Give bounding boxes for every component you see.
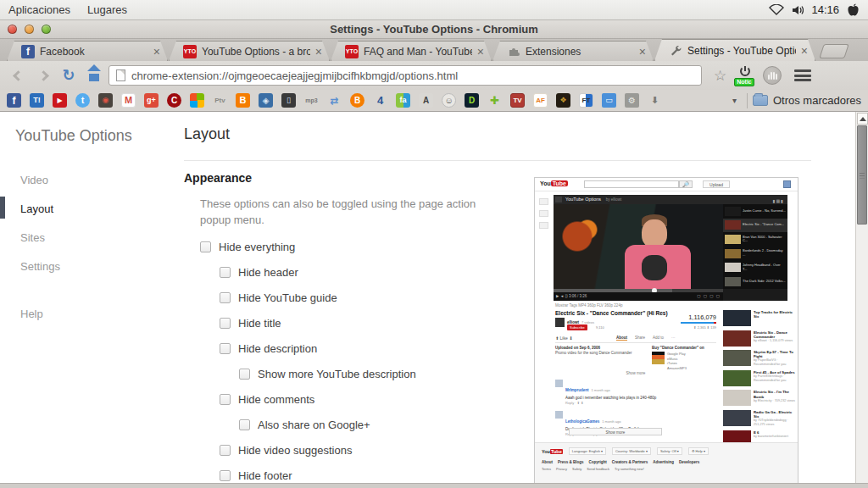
download-icon[interactable]: ⬇	[648, 93, 662, 108]
mobile-icon[interactable]: ▯	[281, 93, 296, 108]
tab-close-icon[interactable]: ×	[801, 44, 808, 58]
scroll-up-button[interactable]	[857, 113, 868, 125]
sidebar-item-layout[interactable]: Layout	[20, 202, 53, 215]
checkbox[interactable]	[220, 470, 231, 481]
4shared-icon[interactable]: 4	[373, 93, 387, 108]
green-plus-icon[interactable]: ✚	[487, 93, 502, 108]
checkbox[interactable]	[239, 419, 250, 430]
url-bar[interactable]: chrome-extension://ojmgeoecaejeajjegjmij…	[108, 65, 702, 86]
bookmark-star-icon[interactable]: ☆	[714, 67, 726, 85]
translate-icon[interactable]: A	[419, 93, 433, 108]
page-title: Layout	[184, 125, 230, 143]
checkbox-label[interactable]: Hide footer	[238, 469, 292, 482]
menu-lugares[interactable]: Lugares	[79, 0, 136, 19]
checkbox[interactable]	[239, 369, 250, 380]
blogger-circle-icon[interactable]: B	[350, 93, 364, 108]
deviantart-icon[interactable]: D	[465, 93, 479, 108]
display-icon[interactable]: ▭	[602, 93, 616, 108]
preview-video-frame	[554, 204, 723, 289]
checkbox[interactable]	[220, 343, 231, 354]
url-text[interactable]: chrome-extension://ojmgeoecaejeajjegjmij…	[131, 69, 458, 82]
gold-icon[interactable]: ❖	[556, 93, 570, 108]
other-bookmarks-button[interactable]: Otros marcadores	[773, 94, 861, 107]
checkbox[interactable]	[220, 292, 231, 303]
facebook-icon[interactable]: f	[7, 93, 21, 108]
af-icon[interactable]: AF	[533, 93, 548, 108]
tab-faq[interactable]: YTO FAQ and Man - YouTube O ×	[331, 41, 492, 61]
playlist-item: Borderlands 2 - Doomsday ...	[723, 247, 787, 261]
window-titlebar: Settings - YouTube Options - Chromium	[0, 20, 868, 39]
claro-icon[interactable]: C	[167, 93, 181, 108]
checkbox-label[interactable]: Hide description	[238, 342, 317, 355]
sidebar-item-settings[interactable]: Settings	[20, 260, 60, 273]
checkbox[interactable]	[220, 445, 231, 456]
checkbox[interactable]	[220, 318, 231, 329]
ft-icon[interactable]: FT	[579, 93, 593, 108]
yto-extension-button[interactable]: Notic	[736, 65, 754, 86]
puzzle-icon[interactable]: ⚙	[625, 93, 639, 108]
googleplus-icon[interactable]: g+	[144, 93, 159, 108]
home-button[interactable]	[83, 65, 105, 86]
microsoft-icon[interactable]	[190, 93, 204, 108]
checkbox[interactable]	[220, 267, 231, 278]
new-tab-button[interactable]	[819, 44, 849, 58]
checkbox-label[interactable]: Hide title	[238, 317, 281, 330]
tab-extensiones[interactable]: Extensiones ×	[492, 41, 654, 61]
tab-youtube-options[interactable]: YTO YouTube Options - a brow ×	[169, 41, 330, 61]
tab-close-icon[interactable]: ×	[639, 45, 646, 58]
twitter-icon[interactable]: t	[75, 93, 90, 108]
youtube-icon[interactable]: ▶	[53, 93, 67, 108]
sidebar-selected-indicator	[0, 197, 5, 219]
fa-icon[interactable]: fa	[396, 93, 410, 108]
tab-close-icon[interactable]: ×	[153, 45, 160, 58]
smiley-disc-icon[interactable]: ☺	[442, 93, 456, 108]
tab-close-icon[interactable]: ×	[315, 45, 322, 58]
checkbox[interactable]	[220, 394, 231, 405]
playlist-item: Johnny Headband - Over T...	[723, 260, 787, 274]
checkbox-label[interactable]: Hide video suggestions	[238, 444, 352, 457]
page-scrollbar[interactable]	[855, 112, 868, 483]
scrollbar-thumb[interactable]	[857, 125, 867, 225]
image-icon[interactable]: ◉	[98, 93, 113, 108]
window-maximize-button[interactable]	[42, 25, 51, 34]
checkbox[interactable]	[200, 241, 211, 252]
ptv-icon[interactable]: Ptv	[213, 93, 227, 108]
swap-arrows-icon[interactable]: ⇄	[327, 93, 342, 108]
chrome-menu-button[interactable]	[794, 69, 811, 81]
tab-facebook[interactable]: f Facebook ×	[7, 41, 168, 61]
checkbox-label[interactable]: Hide YouTube guide	[238, 291, 337, 304]
reload-button[interactable]: ↻	[58, 65, 80, 86]
clock[interactable]: 14:16	[811, 3, 839, 16]
gmail-icon[interactable]: M	[121, 93, 136, 108]
taringa-icon[interactable]: T!	[30, 93, 44, 108]
ytmp3-icon[interactable]: mp3	[304, 93, 319, 108]
window-bottom-edge	[0, 483, 868, 488]
blogger-icon[interactable]: B	[236, 93, 250, 108]
bookmarks-overflow-chevron[interactable]: ▾	[727, 96, 742, 105]
hand-stop-extension-button[interactable]	[763, 66, 782, 85]
volume-icon[interactable]	[792, 5, 804, 15]
option-row: Hide title	[200, 310, 522, 336]
sidebar-item-help[interactable]: Help	[20, 308, 43, 320]
reload-icon: ↻	[62, 68, 75, 83]
checkbox-label[interactable]: Hide everything	[219, 241, 295, 253]
menu-aplicaciones[interactable]: Aplicaciones	[0, 0, 79, 19]
checkbox-label[interactable]: Hide comments	[238, 393, 314, 406]
checkbox-label[interactable]: Hide header	[238, 266, 298, 279]
session-apple-icon[interactable]	[847, 3, 860, 17]
sidebar-item-video[interactable]: Video	[20, 174, 48, 186]
window-minimize-button[interactable]	[25, 25, 34, 34]
forward-button[interactable]	[32, 65, 54, 86]
checkbox-label[interactable]: Show more YouTube description	[258, 368, 416, 380]
shield-icon[interactable]: ◈	[259, 93, 273, 108]
back-button[interactable]	[7, 65, 29, 86]
window-close-button[interactable]	[8, 25, 17, 34]
playlist-item: Bran Van 3000 - Saltwater C...	[723, 232, 787, 247]
tab-close-icon[interactable]: ×	[477, 45, 484, 58]
tab-settings-active[interactable]: Settings - YouTube Optio ×	[654, 39, 815, 61]
sidebar-item-sites[interactable]: Sites	[20, 231, 45, 244]
wifi-icon[interactable]	[769, 4, 784, 15]
checkbox-label[interactable]: Also share on Google+	[258, 419, 370, 431]
preview-suggestions: Top Tracks for Electric Six Electric Six…	[723, 310, 796, 450]
tv-icon[interactable]: TV	[510, 93, 525, 108]
